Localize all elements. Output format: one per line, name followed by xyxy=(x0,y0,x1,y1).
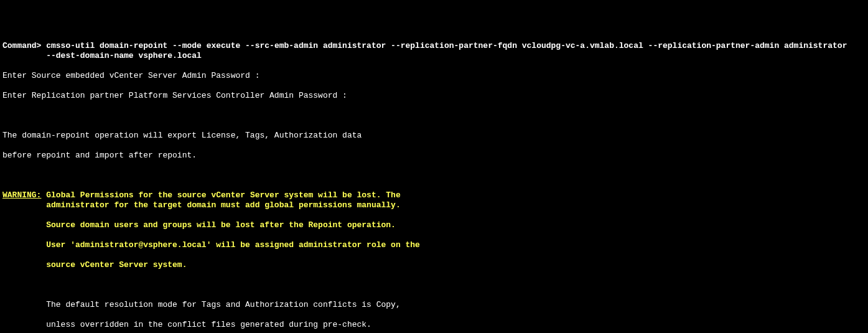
warning-line-5: source vCenter Server system. xyxy=(2,260,868,270)
command-line-2: --dest-domain-name vsphere.local xyxy=(2,51,868,61)
password-prompt-source[interactable]: Enter Source embedded vCenter Server Adm… xyxy=(2,71,868,81)
info-line-2: before repoint and import after repoint. xyxy=(2,151,868,161)
command-line-1: cmsso-util domain-repoint --mode execute… xyxy=(46,41,847,50)
password-prompt-replication[interactable]: Enter Replication partner Platform Servi… xyxy=(2,91,868,101)
warning-label: WARNING: xyxy=(2,190,41,200)
command-prompt-label: Command> xyxy=(2,41,46,50)
warning-line-2: administrator for the target domain must… xyxy=(2,200,868,210)
warning-line-4: User 'administrator@vsphere.local' will … xyxy=(2,240,868,250)
warning-line-6a: The default resolution mode for Tags and… xyxy=(2,300,868,310)
warning-line-1: Global Permissions for the source vCente… xyxy=(41,190,400,200)
blank-line xyxy=(2,111,868,121)
warning-line-3: Source domain users and groups will be l… xyxy=(2,220,868,230)
warning-line-6b: unless overridden in the conflict files … xyxy=(2,320,868,330)
info-line-1: The domain-repoint operation will export… xyxy=(2,131,868,141)
blank-line xyxy=(2,280,868,290)
blank-line xyxy=(2,171,868,181)
